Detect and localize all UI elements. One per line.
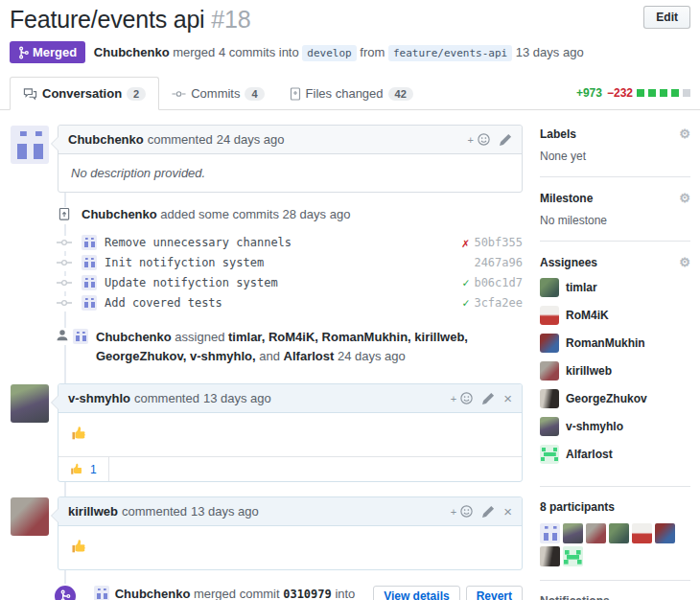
assignee-link[interactable]: Alfarlost <box>284 349 335 363</box>
assignee-name: GeorgeZhukov <box>566 392 647 405</box>
assignee-row[interactable]: timlar <box>540 278 690 297</box>
commit-sha-link[interactable]: 3cfa2ee <box>474 296 523 310</box>
assignees-heading[interactable]: Assignees ⚙ <box>540 255 690 269</box>
merge-time: 13 days ago <box>516 45 584 59</box>
gear-icon[interactable]: ⚙ <box>679 127 690 141</box>
tab-files-count: 42 <box>388 87 413 101</box>
assigner-link[interactable]: Chubchenko <box>96 330 172 344</box>
assignee-name: timlar <box>566 281 597 294</box>
assignee-name: v-shmyhlo <box>566 420 623 433</box>
commit-row: Init notifyction system 2467a96 <box>10 255 523 270</box>
commits-group-action: added some commits <box>160 207 279 221</box>
labels-section: Labels ⚙ None yet <box>540 125 690 177</box>
page-title: Feature/events api #18 <box>10 6 690 34</box>
add-reaction-icon[interactable] <box>459 504 474 519</box>
status-passed-icon[interactable]: ✓ <box>462 296 469 310</box>
head-branch-label[interactable]: feature/events-api <box>388 45 512 61</box>
avatar-kirillweb <box>540 361 559 381</box>
event-avatar[interactable] <box>73 329 88 344</box>
merge-action-text: merged 4 commits into <box>173 45 299 59</box>
assignees-section: Assignees ⚙ timlar RoM4iK RomanMukhin ki… <box>540 253 690 487</box>
event-avatar[interactable] <box>94 586 109 600</box>
assignee-name: Alfarlost <box>566 448 613 461</box>
labels-heading[interactable]: Labels ⚙ <box>540 127 690 141</box>
commit-message-link[interactable]: Init notifyction system <box>105 256 264 269</box>
comment-kirillweb: kirillweb commented 13 days ago + × <box>58 496 523 570</box>
commit-message-link[interactable]: Remove unnecessary channels <box>105 236 292 249</box>
edit-comment-icon[interactable] <box>500 133 512 146</box>
labels-value: None yet <box>540 150 690 163</box>
avatar-kirillweb[interactable] <box>11 497 49 536</box>
tab-commits-label: Commits <box>191 86 240 101</box>
labels-label: Labels <box>540 127 576 141</box>
assignee-row[interactable]: GeorgeZhukov <box>540 389 690 408</box>
tab-files-changed[interactable]: Files changed 42 <box>277 78 426 109</box>
merged-sha-link[interactable]: 0310979 <box>283 588 332 600</box>
diffstat: +973 −232 <box>576 86 690 109</box>
avatar-georgezhukov[interactable] <box>540 546 560 566</box>
add-reaction-icon[interactable] <box>459 391 474 405</box>
milestone-section: Milestone ⚙ No milestone <box>540 189 690 242</box>
gear-icon[interactable]: ⚙ <box>679 191 690 205</box>
commit-sha-link[interactable]: 2467a96 <box>474 256 523 269</box>
status-failed-icon[interactable]: ✗ <box>462 236 470 250</box>
diffstat-block <box>683 89 690 97</box>
merged-status-badge: Merged <box>10 41 85 63</box>
add-reaction-icon[interactable] <box>477 132 491 147</box>
avatar-v-shmyhlo <box>540 417 559 436</box>
avatar-chubchenko[interactable] <box>11 126 49 164</box>
comment-author-link[interactable]: v-shmyhlo <box>68 391 130 405</box>
tab-commits[interactable]: Commits 4 <box>159 78 276 109</box>
assignee-row[interactable]: Alfarlost <box>540 445 690 464</box>
comment-author-link[interactable]: kirillweb <box>68 504 118 519</box>
avatar-alfarlost[interactable] <box>563 546 583 566</box>
status-passed-icon[interactable]: ✓ <box>462 276 469 289</box>
thumbs-up-reaction-button[interactable]: 1 <box>58 457 109 481</box>
commit-author-link[interactable]: Chubchenko <box>82 207 157 221</box>
git-commit-node-icon <box>52 276 77 291</box>
close-icon[interactable]: × <box>503 504 512 519</box>
avatar-romanmukhin[interactable] <box>655 523 675 543</box>
commit-message-link[interactable]: Update notifyction system <box>105 276 278 289</box>
assignee-row[interactable]: v-shmyhlo <box>540 417 690 436</box>
git-commit-icon <box>172 88 186 100</box>
commit-sha-link[interactable]: 50bf355 <box>474 236 523 249</box>
view-details-button[interactable]: View details <box>373 586 459 600</box>
git-commit-node-icon <box>52 296 77 312</box>
commit-avatar[interactable] <box>82 275 97 290</box>
revert-button[interactable]: Revert <box>466 586 523 600</box>
tab-conversation[interactable]: Conversation 2 <box>10 77 159 110</box>
diffstat-block <box>648 89 656 97</box>
avatar-v-shmyhlo[interactable] <box>11 384 49 423</box>
avatar-chubchenko[interactable] <box>540 523 560 543</box>
merger-link[interactable]: Chubchenko <box>115 587 191 600</box>
avatar-v-shmyhlo[interactable] <box>563 523 583 543</box>
avatar-rom4ik[interactable] <box>632 523 652 543</box>
edit-comment-icon[interactable] <box>482 392 495 404</box>
assignee-name: kirillweb <box>566 364 612 378</box>
edit-button[interactable]: Edit <box>643 6 690 29</box>
assignee-row[interactable]: kirillweb <box>540 361 690 381</box>
commit-avatar[interactable] <box>82 255 97 270</box>
comment-body: No description provided. <box>58 154 522 192</box>
commit-sha-link[interactable]: b06c1d7 <box>474 276 523 289</box>
commit-avatar[interactable] <box>82 295 97 311</box>
gear-icon[interactable]: ⚙ <box>679 255 690 269</box>
commit-avatar[interactable] <box>82 235 97 250</box>
assignee-row[interactable]: RomanMukhin <box>540 334 690 353</box>
close-icon[interactable]: × <box>503 391 512 405</box>
author-link[interactable]: Chubchenko <box>94 45 170 59</box>
reactions-bar: 1 <box>58 456 522 481</box>
base-branch-label[interactable]: develop <box>302 45 356 61</box>
assignee-row[interactable]: RoM4iK <box>540 306 690 325</box>
comment-author-link[interactable]: Chubchenko <box>68 132 144 147</box>
comment-actions: + <box>468 132 512 147</box>
avatar-timlar[interactable] <box>609 523 629 543</box>
tab-commits-count: 4 <box>245 87 264 101</box>
notifications-heading: Notifications <box>540 594 690 600</box>
milestone-heading[interactable]: Milestone ⚙ <box>540 191 690 205</box>
commit-message-link[interactable]: Add covered tests <box>105 296 222 310</box>
edit-comment-icon[interactable] <box>482 505 495 518</box>
avatar-kirillweb[interactable] <box>586 523 606 543</box>
person-icon <box>52 328 73 345</box>
